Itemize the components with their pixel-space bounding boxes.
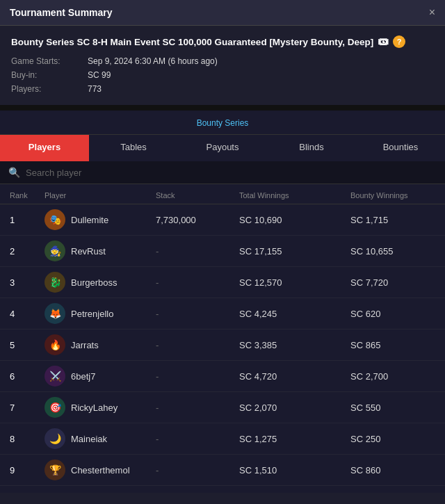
stack-cell: -	[156, 309, 239, 319]
stack-cell: -	[156, 340, 239, 350]
window-title: Tournament Summary	[10, 7, 113, 18]
tab-payouts[interactable]: Payouts	[178, 135, 267, 161]
rank-cell: 4	[10, 309, 44, 319]
players-label: Players:	[11, 84, 88, 94]
bounty-winnings-cell: SC 7,720	[350, 277, 445, 288]
bounty-winnings-cell: SC 860	[350, 465, 445, 475]
title-bar: Tournament Summary ×	[0, 0, 445, 26]
total-winnings-cell: SC 4,245	[239, 309, 350, 319]
stack-cell: -	[156, 246, 239, 257]
player-name: RevRust	[71, 246, 106, 257]
player-cell: 🎯 RickyLahey	[44, 397, 156, 418]
total-winnings-cell: SC 17,155	[239, 246, 350, 257]
total-winnings-cell: SC 1,510	[239, 465, 350, 475]
avatar: 🏆	[44, 460, 65, 480]
avatar: 🦊	[44, 303, 65, 324]
buy-in-label: Buy-in:	[11, 70, 88, 80]
avatar: ⚔️	[44, 366, 65, 387]
stack-cell: -	[156, 434, 239, 444]
table-row: 5 🔥 Jarrats - SC 3,385 SC 865	[0, 330, 445, 361]
tab-bounties[interactable]: Bounties	[356, 135, 445, 161]
stack-cell: -	[156, 465, 239, 475]
total-winnings-cell: SC 3,385	[239, 340, 350, 350]
player-name: Burgerboss	[71, 277, 117, 288]
question-icon: ?	[393, 35, 405, 48]
total-winnings-cell: SC 10,690	[239, 215, 350, 225]
tab-players[interactable]: Players	[0, 135, 89, 161]
col-stack: Stack	[156, 191, 239, 200]
bounty-winnings-cell: SC 620	[350, 309, 445, 319]
player-cell: 🔥 Jarrats	[44, 334, 156, 355]
total-winnings-cell: SC 1,275	[239, 434, 350, 444]
player-name: Jarrats	[71, 340, 99, 350]
avatar: 🌙	[44, 428, 65, 449]
stack-cell: -	[156, 403, 239, 413]
bounty-winnings-cell: SC 10,655	[350, 246, 445, 257]
total-winnings-cell: SC 4,720	[239, 371, 350, 382]
avatar: 🔥	[44, 334, 65, 355]
tournament-title-text: Bounty Series SC 8-H Main Event SC 100,0…	[11, 37, 373, 47]
avatar: 🎯	[44, 397, 65, 418]
rank-cell: 2	[10, 246, 44, 257]
rank-cell: 5	[10, 340, 44, 350]
rank-cell: 7	[10, 403, 44, 413]
search-input[interactable]	[26, 168, 437, 178]
ticket-icon: 🎟	[378, 35, 389, 48]
player-cell: ⚔️ 6betj7	[44, 366, 156, 387]
bounty-winnings-cell: SC 250	[350, 434, 445, 444]
table-header: Rank Player Stack Total Winnings Bounty …	[0, 184, 445, 204]
total-winnings-cell: SC 2,070	[239, 403, 350, 413]
table-row: 9 🏆 Chesterthemol - SC 1,510 SC 860	[0, 455, 445, 486]
players-value: 773	[88, 84, 102, 94]
game-starts-label: Game Starts:	[11, 56, 88, 66]
rank-cell: 3	[10, 277, 44, 288]
rank-cell: 8	[10, 434, 44, 444]
search-bar: 🔍	[0, 161, 445, 184]
tab-tables[interactable]: Tables	[89, 135, 178, 161]
tabs-row: Players Tables Payouts Blinds Bounties	[0, 135, 445, 161]
bounty-winnings-cell: SC 1,715	[350, 215, 445, 225]
table-row: 4 🦊 Petrenjello - SC 4,245 SC 620	[0, 298, 445, 330]
player-name: Chesterthemol	[71, 465, 130, 475]
player-cell: 🧙 RevRust	[44, 241, 156, 261]
rank-cell: 6	[10, 371, 44, 382]
col-player: Player	[44, 191, 156, 200]
col-rank: Rank	[10, 191, 44, 200]
search-icon: 🔍	[8, 167, 20, 178]
tournament-title: Bounty Series SC 8-H Main Event SC 100,0…	[11, 35, 434, 48]
info-section: Bounty Series SC 8-H Main Event SC 100,0…	[0, 26, 445, 105]
divider	[0, 105, 445, 111]
bounty-series-link[interactable]: Bounty Series	[197, 118, 249, 128]
players-table: Rank Player Stack Total Winnings Bounty …	[0, 184, 445, 493]
player-name: RickyLahey	[71, 403, 118, 413]
game-starts-row: Game Starts: Sep 9, 2024 6:30 AM (6 hour…	[11, 56, 434, 66]
table-row: 7 🎯 RickyLahey - SC 2,070 SC 550	[0, 392, 445, 423]
tournament-summary-window: Tournament Summary × Bounty Series SC 8-…	[0, 0, 445, 504]
player-cell: 🌙 Maineiak	[44, 428, 156, 449]
table-row: 3 🐉 Burgerboss - SC 12,570 SC 7,720	[0, 267, 445, 298]
close-button[interactable]: ×	[429, 7, 435, 18]
bounty-series-bar: Bounty Series	[0, 111, 445, 135]
tab-blinds[interactable]: Blinds	[267, 135, 356, 161]
table-row: 8 🌙 Maineiak - SC 1,275 SC 250	[0, 423, 445, 455]
avatar: 🧙	[44, 241, 65, 261]
stack-cell: -	[156, 277, 239, 288]
player-name: Petrenjello	[71, 309, 113, 319]
bounty-winnings-cell: SC 865	[350, 340, 445, 350]
player-rows-container: 1 🎭 Dullemite 7,730,000 SC 10,690 SC 1,7…	[0, 204, 445, 486]
table-row: 1 🎭 Dullemite 7,730,000 SC 10,690 SC 1,7…	[0, 204, 445, 236]
total-winnings-cell: SC 12,570	[239, 277, 350, 288]
game-starts-value: Sep 9, 2024 6:30 AM (6 hours ago)	[88, 56, 218, 66]
player-name: Maineiak	[71, 434, 107, 444]
col-bounty-winnings: Bounty Winnings	[350, 191, 445, 200]
stack-cell: -	[156, 371, 239, 382]
bounty-winnings-cell: SC 2,700	[350, 371, 445, 382]
player-name: 6betj7	[71, 371, 95, 382]
buy-in-row: Buy-in: SC 99	[11, 70, 434, 80]
buy-in-value: SC 99	[88, 70, 111, 80]
players-row: Players: 773	[11, 84, 434, 94]
avatar: 🎭	[44, 209, 65, 230]
bounty-winnings-cell: SC 550	[350, 403, 445, 413]
player-cell: 🎭 Dullemite	[44, 209, 156, 230]
player-name: Dullemite	[71, 215, 108, 225]
